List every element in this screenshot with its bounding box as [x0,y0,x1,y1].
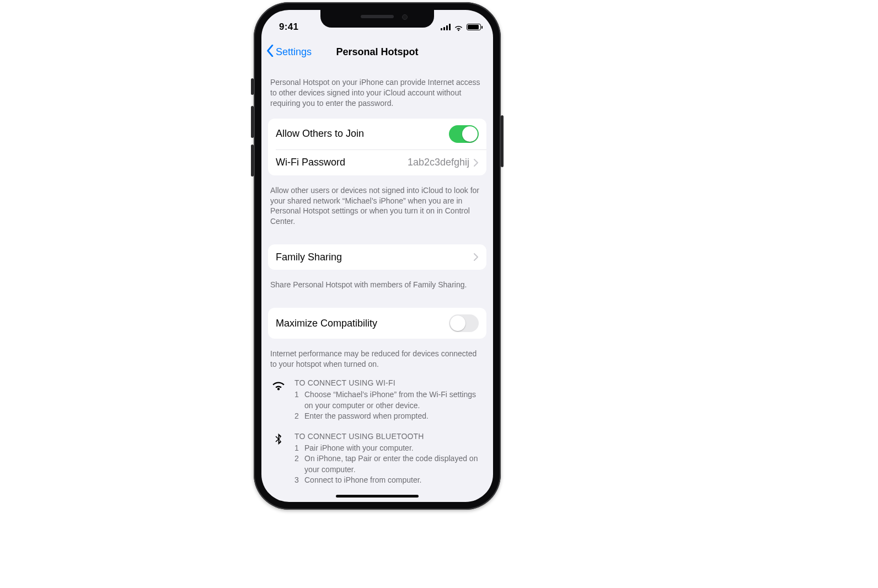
battery-icon [467,24,481,30]
front-camera [402,14,408,20]
iphone-screen: 9:41 Settings [261,10,493,502]
earpiece-grille [361,15,394,18]
bt-step-1: Pair iPhone with your computer. [304,443,414,454]
chevron-right-icon [474,253,479,261]
page-title: Personal Hotspot [336,46,418,58]
bluetooth-instructions-heading: TO CONNECT USING BLUETOOTH [295,432,484,441]
allow-others-toggle[interactable] [449,125,479,143]
chevron-right-icon [474,159,479,167]
device-notch [320,10,434,28]
maximize-compatibility-hint: Internet performance may be reduced for … [261,343,493,375]
wifi-password-row[interactable]: Wi-Fi Password 1ab2c3defghij [268,150,486,175]
family-sharing-hint: Share Personal Hotspot with members of F… [261,274,493,296]
wifi-step-1: Choose “Michael’s iPhone” from the Wi-Fi… [304,389,484,411]
maximize-compatibility-row[interactable]: Maximize Compatibility [268,308,486,339]
clock: 9:41 [279,22,298,33]
wifi-instructions: TO CONNECT USING WI-FI 1Choose “Michael’… [261,375,493,422]
family-sharing-group: Family Sharing [268,244,486,270]
maximize-compatibility-label: Maximize Compatibility [276,318,377,329]
wifi-password-label: Wi-Fi Password [276,157,345,168]
bt-step-3: Connect to iPhone from computer. [304,475,421,486]
hotspot-settings-group: Allow Others to Join Wi-Fi Password 1ab2… [268,119,486,175]
nav-bar: Settings Personal Hotspot [261,39,493,65]
family-sharing-label: Family Sharing [276,252,342,263]
list-item: 1Pair iPhone with your computer. [295,443,484,454]
list-item: 1Choose “Michael’s iPhone” from the Wi-F… [295,389,484,411]
list-item: 2Enter the password when prompted. [295,411,484,422]
list-item: 3Connect to iPhone from computer. [295,475,484,486]
iphone-device: 9:41 Settings [254,2,501,510]
list-item: 2On iPhone, tap Pair or enter the code d… [295,453,484,475]
intro-text: Personal Hotspot on your iPhone can prov… [261,65,493,114]
wifi-icon [454,24,463,30]
back-button[interactable]: Settings [266,39,312,65]
family-sharing-row[interactable]: Family Sharing [268,244,486,270]
allow-others-label: Allow Others to Join [276,128,364,140]
wifi-password-value: 1ab2c3defghij [408,157,469,168]
maximize-compatibility-group: Maximize Compatibility [268,308,486,339]
allow-others-row[interactable]: Allow Others to Join [268,119,486,149]
bluetooth-instructions: TO CONNECT USING BLUETOOTH 1Pair iPhone … [261,422,493,486]
maximize-compatibility-toggle[interactable] [449,314,479,332]
bt-step-2: On iPhone, tap Pair or enter the code di… [304,453,484,475]
side-button [501,115,504,167]
wifi-instructions-heading: TO CONNECT USING WI-FI [295,378,484,387]
cellular-signal-icon [441,24,451,30]
bluetooth-icon [270,432,287,486]
home-indicator[interactable] [336,495,419,498]
back-label: Settings [276,46,312,58]
wifi-step-2: Enter the password when prompted. [304,411,429,422]
wifi-icon [270,378,287,422]
content-area: Personal Hotspot on your iPhone can prov… [261,65,493,502]
chevron-left-icon [266,45,275,60]
allow-others-hint: Allow other users or devices not signed … [261,180,493,233]
